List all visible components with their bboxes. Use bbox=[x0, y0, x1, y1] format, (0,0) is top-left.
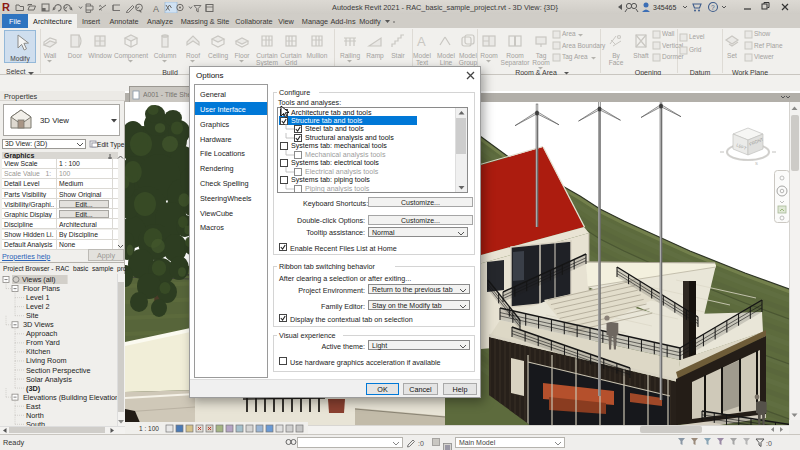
svg-text:(3D): (3D) bbox=[26, 384, 41, 393]
svg-text:Level 2: Level 2 bbox=[26, 302, 50, 311]
svg-text:Solar Analysis: Solar Analysis bbox=[26, 375, 72, 384]
svg-text:Floor Plans: Floor Plans bbox=[23, 284, 60, 293]
svg-text:Site: Site bbox=[26, 311, 39, 320]
svg-text:Approach: Approach bbox=[26, 329, 57, 338]
svg-text:S: S bbox=[755, 161, 758, 166]
svg-text:Views (all): Views (all) bbox=[22, 275, 56, 284]
svg-text:A: A bbox=[153, 4, 159, 14]
svg-text:A: A bbox=[417, 34, 426, 49]
svg-text:Living Room: Living Room bbox=[26, 356, 67, 365]
svg-text::0: :0 bbox=[418, 440, 424, 447]
svg-text:From Yard: From Yard bbox=[26, 338, 60, 347]
svg-text:Level 1: Level 1 bbox=[26, 293, 50, 302]
svg-text:Kitchen: Kitchen bbox=[26, 347, 50, 356]
svg-text:North: North bbox=[26, 411, 44, 420]
svg-text::0: :0 bbox=[766, 440, 772, 447]
svg-text:Elevations (Building Elevation: Elevations (Building Elevation) bbox=[23, 393, 118, 402]
svg-text:Section Perspective: Section Perspective bbox=[26, 366, 91, 375]
svg-text:345465: 345465 bbox=[653, 4, 676, 11]
svg-text:East: East bbox=[26, 402, 41, 411]
svg-text:3D Views: 3D Views bbox=[23, 320, 54, 329]
svg-text:?: ? bbox=[711, 4, 715, 11]
